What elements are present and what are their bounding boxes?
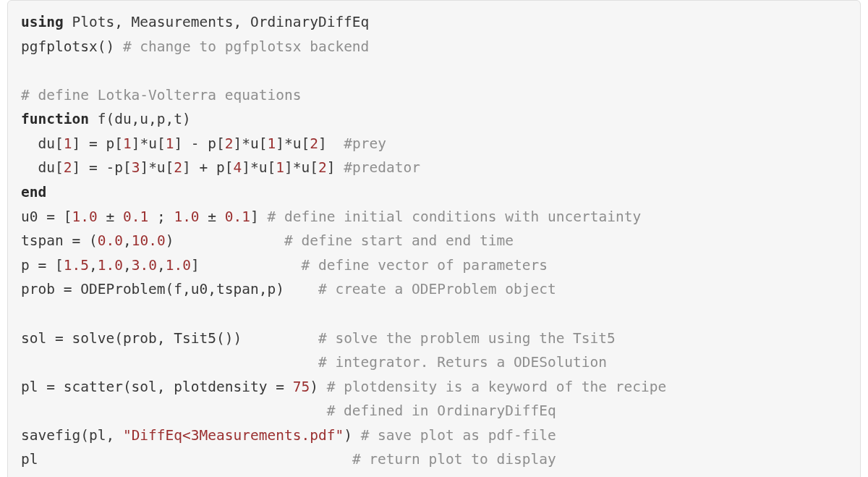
code-token: # integrator. Returs a ODESolution [318, 354, 607, 371]
code-text: , [157, 257, 166, 274]
code-text: u0 = [ [21, 208, 72, 225]
code-line: du[2] = -p[3]*u[2] + p[4]*u[1]*u[2] #pre… [21, 159, 420, 176]
code-text: ] = -p[ [72, 159, 131, 176]
code-text: sol = solve(prob, Tsit5()) [21, 330, 318, 347]
code-token: 1 [268, 135, 276, 152]
code-text: ] [327, 159, 344, 176]
code-line: # define Lotka-Volterra equations [21, 87, 301, 104]
code-token: 0.1 [225, 208, 250, 225]
code-line: pl = scatter(sol, plotdensity = 75) # pl… [21, 379, 666, 395]
code-text: pgfplotsx() [21, 38, 123, 55]
code-token: # solve the problem using the Tsit5 [318, 330, 616, 347]
code-token: "DiffEq<3Measurements.pdf" [123, 427, 344, 444]
code-text: ]*u[ [276, 135, 310, 152]
code-token: # save plot as pdf-file [361, 427, 556, 444]
code-text: ] [250, 208, 267, 225]
code-line: du[1] = p[1]*u[1] - p[2]*u[1]*u[2] #prey [21, 135, 386, 152]
code-token: 1 [64, 135, 72, 152]
code-token: 4 [234, 159, 242, 176]
code-block: using Plots, Measurements, OrdinaryDiffE… [7, 0, 861, 477]
code-token: 0.1 [123, 208, 148, 225]
code-text: ]*u[ [242, 159, 276, 176]
code-text: du[ [21, 159, 64, 176]
code-token: #predator [344, 159, 420, 176]
code-token: 1.5 [64, 257, 89, 274]
code-text [21, 402, 327, 419]
code-text: ± [98, 208, 123, 225]
code-text: ]*u[ [234, 135, 268, 152]
code-text: pl [21, 451, 352, 468]
code-token: # create a ODEProblem object [318, 281, 556, 297]
code-token: 1 [123, 135, 132, 152]
code-text: , [123, 257, 132, 274]
code-token: using [21, 14, 64, 30]
code-line: using Plots, Measurements, OrdinaryDiffE… [21, 14, 369, 30]
code-token: # change to pgfplotsx backend [123, 38, 369, 55]
code-token: 2 [174, 159, 182, 176]
code-text: ± [200, 208, 225, 225]
code-text: savefig(pl, [21, 427, 123, 444]
code-token: 2 [318, 159, 327, 176]
code-token: #prey [344, 135, 386, 152]
code-text: , [89, 257, 98, 274]
code-line: function f(du,u,p,t) [21, 111, 191, 127]
code-text: ; [148, 208, 174, 225]
code-token: 1.0 [72, 208, 97, 225]
code-line: savefig(pl, "DiffEq<3Measurements.pdf") … [21, 427, 556, 444]
code-token: # plotdensity is a keyword of the recipe [327, 379, 667, 395]
code-content: using Plots, Measurements, OrdinaryDiffE… [21, 14, 666, 468]
code-line: end [21, 184, 46, 200]
code-text: prob = ODEProblem(f,u0,tspan,p) [21, 281, 318, 297]
code-token: 2 [225, 135, 234, 152]
code-text: ] [318, 135, 344, 152]
code-token: 2 [64, 159, 72, 176]
code-line: p = [1.5,1.0,3.0,1.0] # define vector of… [21, 257, 548, 274]
code-token: 3 [132, 159, 140, 176]
code-token: 3.0 [132, 257, 157, 274]
code-token: 1 [276, 159, 284, 176]
code-text: , [123, 232, 132, 249]
code-text: du[ [21, 135, 64, 152]
code-text [21, 354, 318, 371]
code-text: pl = scatter(sol, plotdensity = [21, 379, 293, 395]
code-line: pl # return plot to display [21, 451, 556, 468]
code-token: # define start and end time [284, 232, 514, 249]
code-line: prob = ODEProblem(f,u0,tspan,p) # create… [21, 281, 556, 297]
code-text: ] - p[ [174, 135, 224, 152]
code-token: 10.0 [132, 232, 166, 249]
code-token: # return plot to display [352, 451, 556, 468]
code-token: 75 [293, 379, 310, 395]
code-text: ) [166, 232, 284, 249]
code-line: sol = solve(prob, Tsit5()) # solve the p… [21, 330, 616, 347]
code-text: ] + p[ [182, 159, 233, 176]
code-token: 2 [310, 135, 318, 152]
code-text: ] = p[ [72, 135, 122, 152]
code-line: tspan = (0.0,10.0) # define start and en… [21, 232, 514, 249]
code-text: ]*u[ [132, 135, 166, 152]
code-token: # defined in OrdinaryDiffEq [327, 402, 556, 419]
code-text: ] [191, 257, 302, 274]
code-token: # define initial conditions with uncerta… [268, 208, 642, 225]
code-line: # defined in OrdinaryDiffEq [21, 402, 556, 419]
code-token: end [21, 184, 46, 200]
code-text: ) [310, 379, 326, 395]
code-token: function [21, 111, 89, 127]
code-token: # define Lotka-Volterra equations [21, 87, 301, 104]
code-line: pgfplotsx() # change to pgfplotsx backen… [21, 38, 369, 55]
code-text: f(du,u,p,t) [89, 111, 191, 127]
code-line: # integrator. Returs a ODESolution [21, 354, 607, 371]
code-text: ]*u[ [284, 159, 318, 176]
code-text: p = [ [21, 257, 64, 274]
code-text: ]*u[ [140, 159, 174, 176]
code-text: Plots, Measurements, OrdinaryDiffEq [64, 14, 370, 30]
code-token: 0.0 [98, 232, 123, 249]
code-token: 1.0 [174, 208, 199, 225]
code-token: 1.0 [98, 257, 123, 274]
code-text: ) [344, 427, 360, 444]
code-text: tspan = ( [21, 232, 98, 249]
code-token: # define vector of parameters [302, 257, 548, 274]
code-token: 1.0 [166, 257, 191, 274]
code-line: u0 = [1.0 ± 0.1 ; 1.0 ± 0.1] # define in… [21, 208, 641, 225]
code-token: 1 [166, 135, 174, 152]
